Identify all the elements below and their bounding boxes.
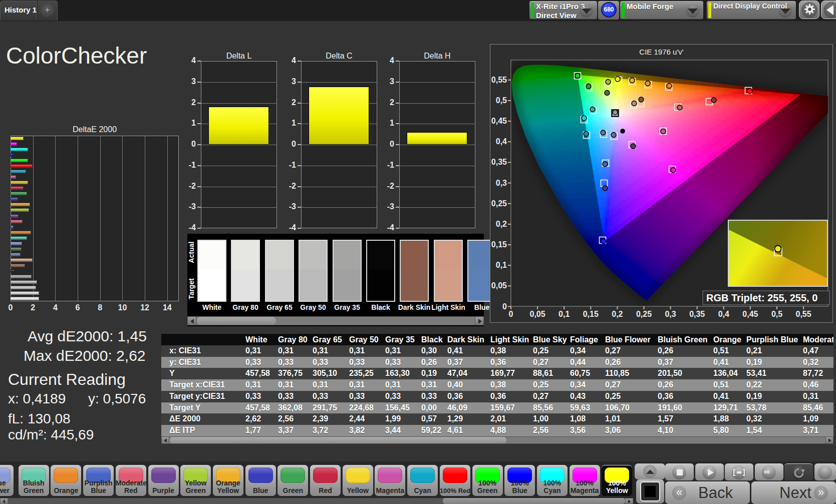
svg-text:0,55: 0,55 xyxy=(796,310,811,318)
svg-text:0,15: 0,15 xyxy=(583,310,599,318)
svg-text:0,2: 0,2 xyxy=(612,310,623,318)
svg-text:0,05: 0,05 xyxy=(491,281,507,290)
svg-text:RGB Triplet: 255, 255, 0: RGB Triplet: 255, 255, 0 xyxy=(706,292,817,303)
svg-text:0,2: 0,2 xyxy=(496,220,507,228)
svg-text:0,3: 0,3 xyxy=(665,310,676,318)
svg-text:0,4: 0,4 xyxy=(718,310,729,318)
svg-text:0,55: 0,55 xyxy=(491,76,507,84)
svg-text:0,1: 0,1 xyxy=(559,310,570,318)
svg-text:0: 0 xyxy=(502,302,507,311)
svg-text:0,05: 0,05 xyxy=(530,310,545,318)
svg-text:0,15: 0,15 xyxy=(491,240,507,249)
svg-text:0,35: 0,35 xyxy=(689,310,705,318)
svg-text:0,25: 0,25 xyxy=(636,310,652,318)
svg-text:0,45: 0,45 xyxy=(491,117,507,125)
svg-text:0,35: 0,35 xyxy=(491,158,507,166)
svg-text:0,45: 0,45 xyxy=(742,310,758,318)
svg-text:0,5: 0,5 xyxy=(771,310,782,318)
svg-text:0,5: 0,5 xyxy=(496,96,507,105)
svg-text:0,1: 0,1 xyxy=(496,261,507,269)
svg-text:0: 0 xyxy=(509,310,513,318)
svg-text:0,3: 0,3 xyxy=(496,179,507,187)
svg-text:0,25: 0,25 xyxy=(491,199,507,208)
svg-text:0,4: 0,4 xyxy=(496,137,507,146)
